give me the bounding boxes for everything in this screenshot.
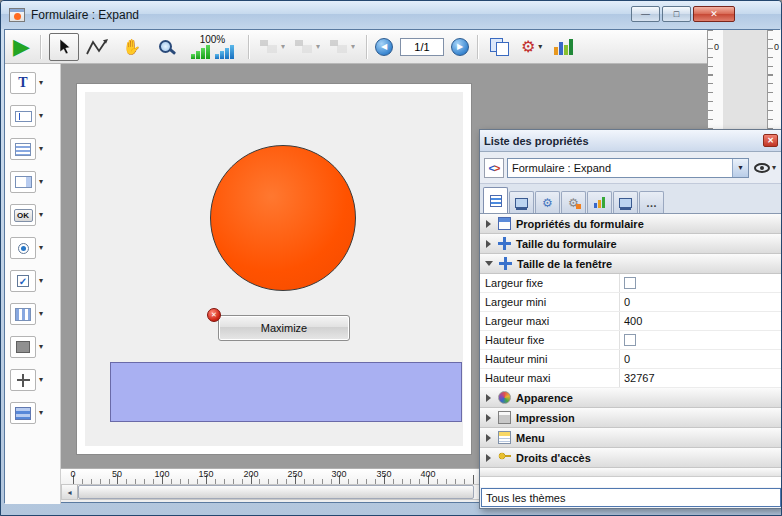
- previous-page-button[interactable]: ◀: [375, 38, 393, 56]
- tab-display[interactable]: [613, 191, 638, 213]
- table-control-button[interactable]: ▾: [5, 303, 60, 325]
- checkbox-control-button[interactable]: ✓ ▾: [5, 270, 60, 292]
- tab-chart[interactable]: [587, 191, 612, 213]
- pan-tool-button[interactable]: ✋: [117, 33, 147, 61]
- category-print[interactable]: Impression: [480, 408, 782, 428]
- minimize-button[interactable]: —: [631, 6, 660, 22]
- toolbar-separator: [248, 35, 249, 59]
- splitter-control-button[interactable]: ▾: [5, 369, 60, 391]
- text-control-button[interactable]: T ▾: [5, 72, 60, 94]
- category-label: Apparence: [516, 392, 573, 404]
- form-icon: [498, 217, 511, 230]
- chart-button[interactable]: [554, 39, 573, 55]
- more-icon: …: [646, 197, 657, 209]
- zoom-level-widget[interactable]: 100%: [191, 34, 234, 59]
- checkbox[interactable]: [624, 334, 636, 346]
- palette-icon: [498, 391, 511, 404]
- ruler-label: 250: [287, 469, 302, 479]
- ruler-label: 150: [198, 469, 213, 479]
- settings-button[interactable]: ⚙ ▾: [521, 39, 542, 55]
- properties-close-button[interactable]: ✕: [763, 134, 778, 147]
- dropdown-arrow-icon[interactable]: ▾: [39, 244, 43, 252]
- maximize-button[interactable]: □: [662, 6, 691, 22]
- property-label: Hauteur mini: [480, 350, 620, 368]
- hand-icon: ✋: [123, 38, 142, 56]
- dropdown-arrow-icon[interactable]: ▾: [39, 376, 43, 384]
- category-access-rights[interactable]: Droits d'accès: [480, 448, 782, 468]
- radio-control-button[interactable]: ▾: [5, 237, 60, 259]
- property-value[interactable]: 32767: [620, 369, 782, 387]
- dropdown-arrow-icon[interactable]: ▾: [316, 43, 320, 51]
- dropdown-arrow-icon[interactable]: ▾: [39, 145, 43, 153]
- category-form-size[interactable]: Taille du formulaire: [480, 234, 782, 254]
- title-bar[interactable]: Formulaire : Expand — □ ✕: [1, 1, 781, 29]
- image-control-button[interactable]: ▾: [5, 336, 60, 358]
- tab-advanced[interactable]: ⚙: [561, 191, 586, 213]
- distribute-tool-button[interactable]: ▾: [295, 40, 320, 54]
- blue-rectangle-shape[interactable]: [110, 362, 462, 422]
- form-maximize-button[interactable]: Maximize: [218, 315, 350, 341]
- run-test-button[interactable]: ▶: [11, 36, 32, 58]
- category-menu[interactable]: Menu: [480, 428, 782, 448]
- duplicate-button[interactable]: [490, 38, 509, 55]
- draw-tool-button[interactable]: [83, 33, 113, 61]
- dropdown-arrow-icon[interactable]: ▾: [39, 409, 43, 417]
- dropdown-arrow-icon[interactable]: ▾: [772, 164, 776, 172]
- list-control-button[interactable]: ▾: [5, 138, 60, 160]
- category-form-properties[interactable]: Propriétés du formulaire: [480, 214, 782, 234]
- tab-properties[interactable]: [483, 187, 508, 213]
- dropdown-arrow-icon[interactable]: ▾: [39, 112, 43, 120]
- property-value[interactable]: 400: [620, 312, 782, 330]
- ruler-label: 0: [70, 469, 75, 479]
- dropdown-arrow-icon[interactable]: ▾: [538, 43, 542, 51]
- combo-control-button[interactable]: ▾: [5, 171, 60, 193]
- toolbar-separator: [366, 35, 367, 59]
- properties-title-bar[interactable]: Liste des propriétés ✕: [480, 130, 782, 152]
- tab-more[interactable]: …: [639, 191, 664, 213]
- next-page-button[interactable]: ▶: [451, 38, 469, 56]
- category-label: Droits d'accès: [516, 452, 591, 464]
- edit-control-button[interactable]: ▾: [5, 105, 60, 127]
- property-value[interactable]: 0: [620, 350, 782, 368]
- orange-circle-shape[interactable]: [210, 145, 356, 291]
- dropdown-arrow-icon[interactable]: ▾: [39, 211, 43, 219]
- close-button[interactable]: ✕: [693, 6, 735, 22]
- dropdown-arrow-icon[interactable]: ▾: [351, 43, 355, 51]
- chart-icon: [594, 197, 605, 208]
- theme-selector[interactable]: Tous les thèmes: [481, 488, 781, 507]
- badge-x-icon: ✕: [211, 311, 217, 319]
- dropdown-arrow-icon[interactable]: ▾: [39, 178, 43, 186]
- ruler-label: 50: [112, 469, 122, 479]
- property-value[interactable]: [620, 274, 782, 292]
- zoom-tool-button[interactable]: [151, 33, 181, 61]
- element-selector[interactable]: Formulaire : Expand ▾: [507, 158, 749, 178]
- properties-window: Liste des propriétés ✕ <> Formulaire : E…: [479, 129, 782, 509]
- looper-control-button[interactable]: ▾: [5, 402, 60, 424]
- ruler-label: 200: [243, 469, 258, 479]
- category-window-size[interactable]: Taille de la fenêtre: [480, 254, 782, 274]
- select-tool-button[interactable]: [49, 33, 79, 61]
- size-tool-button[interactable]: ▾: [330, 40, 355, 54]
- property-row: Largeur mini 0: [480, 293, 782, 312]
- menu-icon: [498, 431, 511, 444]
- align-tool-button[interactable]: ▾: [260, 40, 285, 54]
- property-value[interactable]: [620, 331, 782, 349]
- property-value[interactable]: 0: [620, 293, 782, 311]
- dropdown-arrow-icon[interactable]: ▾: [39, 79, 43, 87]
- tab-settings[interactable]: ⚙: [535, 191, 560, 213]
- ok-label: OK: [17, 211, 29, 220]
- category-appearance[interactable]: Apparence: [480, 388, 782, 408]
- dropdown-arrow-icon[interactable]: ▾: [39, 310, 43, 318]
- dropdown-arrow-icon[interactable]: ▾: [39, 343, 43, 351]
- tab-style[interactable]: [509, 191, 534, 213]
- dropdown-arrow-icon[interactable]: ▾: [281, 43, 285, 51]
- selector-dropdown-button[interactable]: ▾: [732, 159, 748, 177]
- splitter-control-icon: [10, 369, 36, 391]
- scroll-left-button[interactable]: ◂: [62, 485, 78, 499]
- dropdown-arrow-icon[interactable]: ▾: [39, 277, 43, 285]
- checkbox[interactable]: [624, 277, 636, 289]
- scrollbar-thumb[interactable]: [78, 485, 474, 499]
- error-badge[interactable]: ✕: [207, 308, 221, 322]
- visibility-button[interactable]: ▾: [752, 163, 778, 173]
- button-control-button[interactable]: OK ▾: [5, 204, 60, 226]
